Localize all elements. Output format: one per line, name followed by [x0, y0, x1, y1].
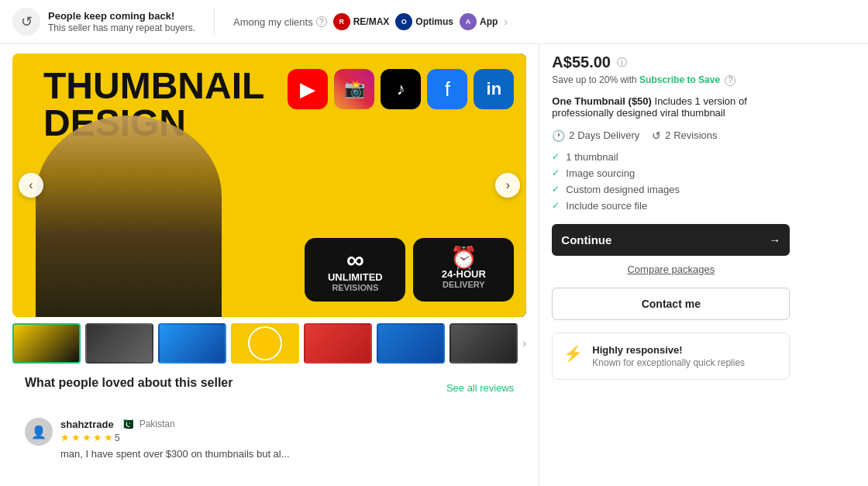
next-arrow[interactable]: › [495, 173, 520, 198]
check-icon-1: ✓ [552, 151, 560, 162]
top-bar: ↺ People keep coming back! This seller h… [0, 0, 868, 44]
price-display: A$55.00 [552, 53, 611, 71]
subscribe-link[interactable]: Subscribe to Save [639, 74, 720, 85]
main-image-wrapper: THUMBNAILDESIGN ▶ 📸 ♪ f in [12, 53, 526, 317]
app-logo: A [460, 13, 477, 30]
reviewer-name-row: shahztrade 🇵🇰 Pakistan [60, 418, 514, 430]
tiktok-icon: ♪ [381, 69, 421, 109]
left-section: THUMBNAILDESIGN ▶ 📸 ♪ f in [0, 44, 539, 486]
reviewer-avatar: 👤 [25, 418, 53, 446]
thumb-1[interactable] [12, 323, 81, 364]
star-1: ★ [60, 432, 70, 443]
repeat-buyers-section: ↺ People keep coming back! This seller h… [12, 8, 195, 36]
feature-label-4: Include source file [566, 200, 647, 212]
review-text: man, I have spent over $300 on thumbnail… [60, 446, 514, 462]
check-icon-3: ✓ [552, 184, 560, 195]
delivery-days-item: 🕐 2 Days Delivery [552, 129, 639, 142]
package-description: One Thumbnail ($50) Includes 1 version o… [552, 95, 790, 119]
responsive-text: Highly responsive! Known for exceptional… [592, 344, 745, 368]
review-card: 👤 shahztrade 🇵🇰 Pakistan ★ ★ ★ ★ ★ [25, 408, 514, 471]
continue-label: Continue [561, 233, 611, 246]
thumb-6[interactable] [377, 323, 445, 364]
subscribe-help-icon[interactable]: ? [725, 75, 735, 86]
unlimited-revisions-box: ∞ UNLIMITED REVISIONS [305, 238, 405, 302]
features-list: ✓ 1 thumbnail ✓ Image sourcing ✓ Custom … [552, 151, 790, 212]
repeat-text: People keep coming back! This seller has… [48, 10, 195, 33]
feature-label-1: 1 thumbnail [566, 151, 618, 163]
save-text: Save up to 20% with [552, 74, 636, 85]
star-3: ★ [82, 432, 91, 443]
facebook-icon: f [427, 69, 467, 109]
check-icon-2: ✓ [552, 167, 560, 178]
feature-custom-images: ✓ Custom designed images [552, 184, 790, 195]
clients-label: Among my clients ? [233, 16, 327, 28]
compare-packages-link[interactable]: Compare packages [552, 264, 790, 275]
prev-arrow[interactable]: ‹ [19, 173, 43, 198]
reviewer-info: shahztrade 🇵🇰 Pakistan ★ ★ ★ ★ ★ 5 [60, 418, 514, 462]
repeat-heading: People keep coming back! [48, 10, 195, 22]
repeat-subtext: This seller has many repeat buyers. [48, 22, 195, 33]
remax-label: RE/MAX [353, 16, 390, 27]
responsive-heading: Highly responsive! [592, 344, 745, 356]
client-logos: R RE/MAX O Optimus A App › [333, 13, 508, 30]
delivery-row: 🕐 2 Days Delivery ↺ 2 Revisions [552, 129, 790, 142]
social-icons-row: ▶ 📸 ♪ f in [288, 69, 514, 109]
app-label: App [480, 16, 498, 27]
package-name: One Thumbnail ($50) [552, 95, 652, 107]
instagram-icon: 📸 [334, 69, 374, 109]
thumb-3[interactable] [158, 323, 226, 364]
right-panel: A$55.00 ⓘ Save up to 20% with Subscribe … [539, 44, 802, 486]
refresh-icon: ↺ [652, 129, 661, 142]
client-optimus: O Optimus [395, 13, 453, 30]
feature-label-3: Custom designed images [566, 184, 680, 195]
reviewer-name: shahztrade [60, 419, 114, 430]
see-all-reviews-link[interactable]: See all reviews [446, 382, 514, 394]
revisions-label: REVISIONS [317, 283, 393, 292]
feature-label-2: Image sourcing [566, 167, 635, 179]
client-remax: R RE/MAX [333, 13, 390, 30]
price-row: A$55.00 ⓘ [552, 53, 790, 71]
reviews-title: What people loved about this seller [25, 376, 232, 390]
help-icon[interactable]: ? [316, 16, 327, 27]
reviewer-flag: 🇵🇰 [120, 418, 133, 430]
24hour-box: ⏰ 24-HOUR DELIVERY [413, 238, 514, 302]
responsive-sub: Known for exceptionally quick replies [592, 357, 745, 368]
bottom-boxes: ∞ UNLIMITED REVISIONS ⏰ 24-HOUR DELIVERY [305, 238, 514, 302]
continue-arrow-icon: → [769, 233, 780, 246]
save-row: Save up to 20% with Subscribe to Save ? [552, 74, 790, 86]
feature-image-sourcing: ✓ Image sourcing [552, 167, 790, 179]
thumb-4[interactable] [231, 323, 299, 364]
thumb-7[interactable] [450, 323, 518, 364]
optimus-logo: O [395, 13, 412, 30]
thumbnails-strip: › [12, 323, 526, 364]
revisions-item: ↺ 2 Revisions [652, 129, 717, 142]
price-info-icon[interactable]: ⓘ [617, 56, 627, 70]
clients-chevron-right[interactable]: › [504, 16, 508, 28]
star-5: ★ [104, 432, 113, 443]
feature-source-file: ✓ Include source file [552, 200, 790, 212]
clock-icon: 🕐 [552, 129, 565, 142]
continue-button[interactable]: Continue → [552, 224, 790, 256]
clients-section: Among my clients ? R RE/MAX O Optimus A … [233, 13, 508, 30]
client-app: A App [460, 13, 498, 30]
contact-me-button[interactable]: Contact me [552, 288, 790, 320]
reviewer-country: Pakistan [140, 419, 175, 429]
star-2: ★ [71, 432, 81, 443]
stars-row: ★ ★ ★ ★ ★ 5 [60, 432, 514, 443]
thumb-5[interactable] [304, 323, 372, 364]
unlimited-label: UNLIMITED [317, 272, 393, 283]
star-4: ★ [93, 432, 102, 443]
youtube-icon: ▶ [288, 69, 328, 109]
delivery-label: DELIVERY [425, 280, 501, 289]
main-image: THUMBNAILDESIGN ▶ 📸 ♪ f in [12, 53, 526, 317]
remax-logo: R [333, 13, 350, 30]
delivery-days-label: 2 Days Delivery [569, 129, 639, 141]
rating-num: 5 [115, 433, 120, 443]
lightning-icon: ⚡ [563, 344, 583, 363]
strip-chevron-right[interactable]: › [522, 336, 526, 350]
revisions-label: 2 Revisions [665, 129, 717, 141]
reviews-section: What people loved about this seller See … [12, 364, 526, 471]
24hour-label: 24-HOUR [425, 269, 501, 280]
repeat-icon: ↺ [12, 8, 40, 36]
thumb-2[interactable] [85, 323, 153, 364]
